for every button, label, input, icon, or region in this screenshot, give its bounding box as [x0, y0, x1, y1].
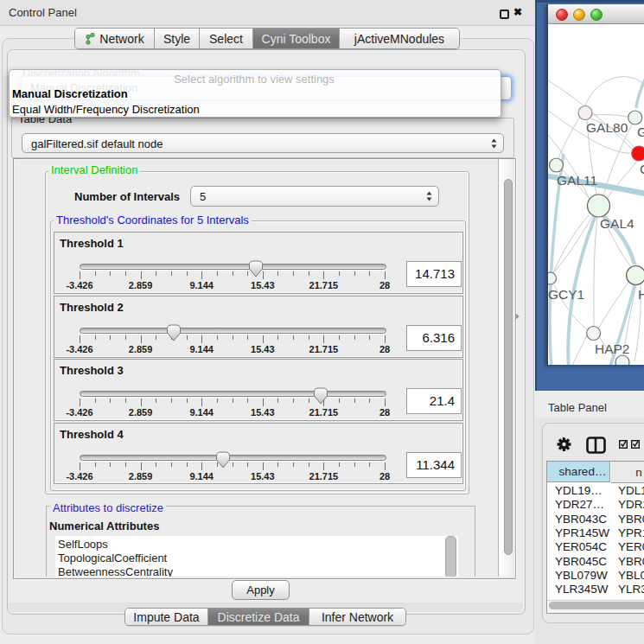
svg-text:GAL80: GAL80: [586, 120, 628, 135]
svg-text:HAP2: HAP2: [595, 341, 630, 356]
svg-text:C: C: [640, 162, 644, 176]
svg-text:GA: GA: [637, 124, 644, 139]
svg-text:H: H: [638, 287, 644, 302]
svg-text:GAL4: GAL4: [600, 216, 634, 231]
svg-text:GAL11: GAL11: [557, 173, 597, 188]
svg-text:GCY1: GCY1: [548, 287, 584, 302]
